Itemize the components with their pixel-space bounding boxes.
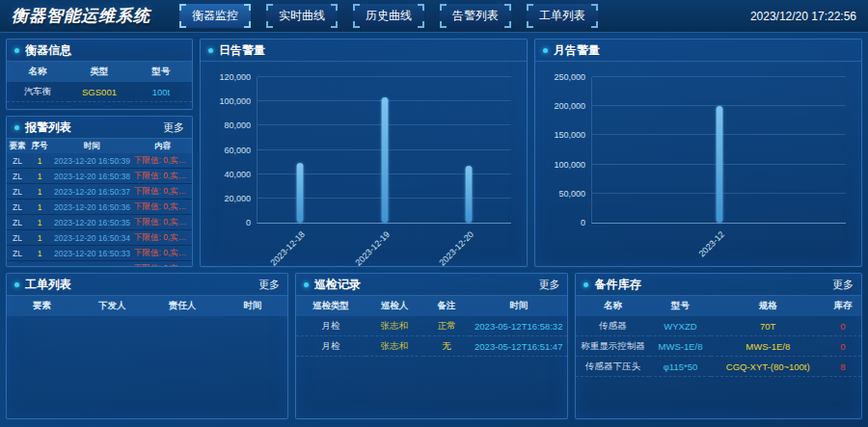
table-row: 称重显示控制器MWS-1E/8MWS-1E/80 (576, 336, 861, 357)
datetime-display: 2023/12/20 17:22:56 (750, 10, 856, 23)
gridline (592, 76, 846, 77)
table-cell: 下限值: 0,实际值: -1540 (133, 184, 192, 200)
column-header: 规格 (711, 296, 825, 316)
table-cell: 2023-12-20 16:50:37 (51, 184, 133, 200)
inspection-panel: 巡检记录 更多 巡检类型巡检人备注时间月检张志和正常2023-05-12T16:… (295, 273, 568, 419)
inspection-table: 巡检类型巡检人备注时间月检张志和正常2023-05-12T16:58:32月检张… (296, 296, 567, 357)
table-cell: 2023-05-12T16:51:47 (470, 336, 567, 357)
y-axis-label: 150,000 (554, 130, 585, 140)
table-row: ZL12023-12-20 16:50:35下限值: 0,实际值: -1520 (7, 215, 192, 230)
table-row: ZL12023-12-20 16:50:37下限值: 0,实际值: -1540 (7, 184, 192, 200)
workorders-more-link[interactable]: 更多 (258, 278, 280, 292)
panel-header: 备件库存 更多 (576, 274, 861, 296)
table-cell: 下限值: 0,实际值: -1540 (133, 153, 192, 169)
column-header: 序号 (28, 139, 51, 153)
x-axis-label: 2023-12-19 (353, 229, 392, 266)
table-cell: 2023-12-20 16:50:33 (51, 246, 133, 261)
table-cell: 月检 (296, 336, 366, 357)
panel-body: 要素下发人责任人时间 (7, 296, 287, 418)
tab-realtime-curve[interactable]: 实时曲线 (266, 4, 338, 28)
column-header: 备注 (423, 296, 470, 316)
inspection-more-link[interactable]: 更多 (538, 278, 559, 292)
table-cell: ZL (7, 261, 28, 267)
panel-header: 衡器信息 (7, 40, 192, 62)
bullet-dot-icon (14, 48, 19, 53)
table-cell: ZL (7, 184, 28, 200)
column-header: 名称 (7, 62, 68, 82)
table-cell: 1 (28, 169, 51, 184)
table-cell: 下限值: 0,实际值: -1540 (133, 230, 192, 246)
table-cell: 70T (711, 316, 825, 336)
table-cell: 下限值: 0,实际值: -1520 (133, 215, 192, 230)
alarms-more-link[interactable]: 更多 (163, 120, 184, 135)
panel-header: 月告警量 (535, 40, 861, 62)
table-cell: ZL (7, 230, 28, 246)
tab-alarm-list[interactable]: 告警列表 (440, 4, 511, 28)
table-cell: SGS001 (68, 82, 130, 102)
table-cell: 0 (825, 336, 861, 357)
panel-body: 要素序号时间内容ZL12023-12-20 16:50:39下限值: 0,实际值… (7, 139, 192, 266)
panel-body: 020,00040,00060,00080,000100,000120,0002… (201, 62, 527, 266)
table-cell: 传感器下压头 (576, 357, 649, 377)
table-cell: 张志和 (366, 336, 423, 357)
app-header: 衡器智能运维系统 衡器监控 实时曲线 历史曲线 告警列表 工单列表 2023/1… (0, 0, 868, 33)
column-header: 时间 (51, 139, 133, 153)
table-cell: ZL (7, 153, 28, 169)
y-axis-label: 100,000 (219, 96, 251, 106)
column-header: 库存 (825, 296, 861, 316)
column-header: 型号 (130, 62, 192, 82)
table-cell: 2023-12-20 16:50:35 (51, 215, 133, 230)
table-cell: 1 (28, 184, 51, 200)
monthly-alarm-panel: 月告警量 050,000100,000150,000200,000250,000… (534, 39, 862, 267)
bar (466, 166, 473, 223)
table-cell: MWS-1E/8 (649, 336, 711, 357)
column-header: 名称 (576, 296, 649, 316)
table-row: ZL12023-12-20 16:50:32下限值: 0,实际值: -1540 (7, 261, 192, 267)
table-cell: 1 (28, 261, 51, 267)
tab-workorder-list[interactable]: 工单列表 (527, 4, 598, 28)
daily-alarm-panel: 日告警量 020,00040,00060,00080,000100,000120… (200, 39, 528, 267)
app-title: 衡器智能运维系统 (12, 5, 150, 27)
alarm-list-panel: 报警列表 更多 要素序号时间内容ZL12023-12-20 16:50:39下限… (6, 116, 193, 267)
spares-more-link[interactable]: 更多 (832, 278, 854, 292)
y-axis-label: 0 (581, 218, 585, 227)
table-cell: 下限值: 0,实际值: -1540 (133, 261, 192, 267)
table-cell: 100t (130, 82, 192, 102)
tab-history-curve[interactable]: 历史曲线 (353, 4, 424, 28)
y-axis-label: 250,000 (554, 72, 585, 82)
table-cell: 月检 (296, 316, 366, 336)
table-cell: 1 (28, 200, 51, 215)
x-axis-label: 2023-12 (696, 229, 725, 258)
panel-body: 巡检类型巡检人备注时间月检张志和正常2023-05-12T16:58:32月检张… (296, 296, 567, 418)
table-cell: 汽车衡 (7, 82, 68, 102)
table-cell: 2023-12-20 16:50:36 (51, 200, 133, 215)
table-cell: 1 (28, 215, 51, 230)
x-axis-label: 2023-12-18 (268, 229, 307, 266)
panel-title: 工单列表 (25, 277, 71, 293)
spare-parts-panel: 备件库存 更多 名称型号规格库存传感器WYXZD70T0称重显示控制器MWS-1… (575, 273, 862, 419)
bullet-dot-icon (14, 282, 19, 287)
panel-title: 备件库存 (594, 277, 640, 293)
daily-alarm-chart: 020,00040,00060,00080,000100,000120,0002… (257, 77, 511, 224)
device-info-panel: 衡器信息 名称类型型号汽车衡SGS001100t (6, 39, 193, 110)
panel-title: 衡器信息 (25, 42, 71, 59)
table-cell: 8 (825, 357, 861, 377)
y-axis-label: 120,000 (219, 72, 251, 82)
tab-device-monitor[interactable]: 衡器监控 (179, 4, 251, 28)
table-row: 月检张志和无2023-05-12T16:51:47 (296, 336, 567, 357)
column-header: 巡检人 (366, 296, 423, 316)
table-row: 传感器下压头φ115*50CGQ-XYT-(80~100t)8 (576, 357, 861, 377)
table-cell: 2023-12-20 16:50:38 (51, 169, 133, 184)
panel-header: 巡检记录 更多 (296, 274, 567, 296)
table-cell: 1 (28, 246, 51, 261)
dashboard: 衡器信息 名称类型型号汽车衡SGS001100t 报警列表 更多 要素序号时间内… (0, 33, 868, 425)
monthly-alarm-chart: 050,000100,000150,000200,000250,0002023-… (591, 77, 846, 224)
table-row: ZL12023-12-20 16:50:36下限值: 0,实际值: -1540 (7, 200, 192, 215)
panel-title: 月告警量 (554, 42, 600, 59)
table-cell: CGQ-XYT-(80~100t) (711, 357, 825, 377)
table-cell: ZL (7, 169, 28, 184)
column-header: 内容 (133, 139, 192, 153)
column-header: 责任人 (148, 296, 218, 316)
table-row: ZL12023-12-20 16:50:38下限值: 0,实际值: -1540 (7, 169, 192, 184)
y-axis-label: 60,000 (224, 146, 251, 155)
